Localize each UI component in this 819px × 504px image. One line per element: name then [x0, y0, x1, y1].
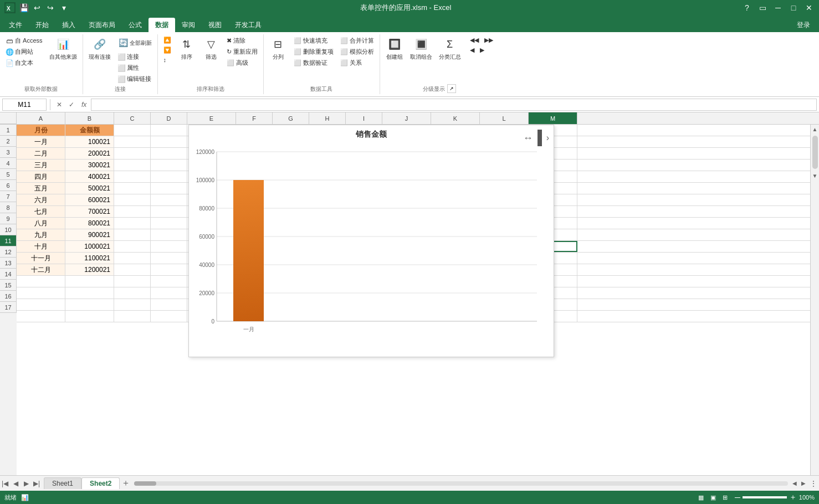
btn-sort[interactable]: ⇅ 排序 [176, 35, 198, 62]
btn-split[interactable]: ⊟ 分列 [267, 35, 289, 62]
save-quick-btn[interactable]: 💾 [18, 2, 30, 14]
cell-C9[interactable] [114, 218, 151, 229]
row-header-8[interactable]: 8 [0, 202, 17, 213]
tab-data[interactable]: 数据 [149, 18, 175, 32]
col-header-M[interactable]: M [529, 112, 577, 124]
btn-access[interactable]: 🗃 自 Access [3, 35, 45, 46]
btn-sort-desc[interactable]: 🔽 [161, 45, 173, 55]
cell-B11[interactable]: 1000021 [65, 241, 114, 252]
cell-D13[interactable] [151, 264, 187, 275]
cell-D6[interactable] [151, 183, 187, 194]
sheet-nav-prev-btn[interactable]: ◀ [11, 479, 21, 488]
cell-D3[interactable] [151, 148, 187, 159]
formula-input[interactable] [91, 99, 817, 111]
cell-C13[interactable] [114, 264, 151, 275]
horizontal-scrollbar[interactable] [132, 476, 790, 491]
cell-A1[interactable]: 月份 [17, 125, 65, 136]
cell-C3[interactable] [114, 148, 151, 159]
btn-connect[interactable]: ⬜ 连接 [115, 52, 154, 62]
cell-A14[interactable] [17, 276, 65, 287]
cell-B12[interactable]: 1100021 [65, 253, 114, 264]
cell-B2[interactable]: 100021 [65, 136, 114, 147]
zoom-slider[interactable] [743, 496, 787, 498]
col-header-F[interactable]: F [236, 112, 273, 124]
ribbon-display-btn[interactable]: ▭ [757, 2, 768, 13]
vscroll-up-btn[interactable]: ▲ [811, 125, 820, 133]
row-header-11[interactable]: 11 [0, 235, 17, 246]
chart-nav-right-icon[interactable]: › [546, 133, 549, 143]
zoom-in-btn[interactable]: ＋ [789, 492, 797, 502]
redo-quick-btn[interactable]: ↪ [44, 2, 57, 14]
cell-A6[interactable]: 五月 [17, 183, 65, 194]
maximize-btn[interactable]: □ [788, 2, 799, 13]
cell-B14[interactable] [65, 276, 114, 287]
cell-C5[interactable] [114, 171, 151, 182]
cancel-formula-btn[interactable]: ✕ [54, 99, 65, 110]
row-header-16[interactable]: 16 [0, 291, 17, 302]
btn-advanced[interactable]: ⬜ 高级 [224, 58, 260, 68]
cell-C2[interactable] [114, 136, 151, 147]
cell-D2[interactable] [151, 136, 187, 147]
btn-reapply[interactable]: ↻ 重新应用 [224, 47, 260, 57]
sheet-nav-last-btn[interactable]: ▶| [32, 479, 42, 488]
btn-ungroup[interactable]: 🔳 取消组合 [408, 35, 434, 62]
cell-D1[interactable] [151, 125, 187, 136]
page-break-view-btn[interactable]: ⊞ [720, 492, 730, 502]
btn-filter[interactable]: ▽ 筛选 [200, 35, 222, 62]
cell-A11[interactable]: 十月 [17, 241, 65, 252]
col-header-K[interactable]: K [431, 112, 480, 124]
hscroll-right-btn[interactable]: ▶ [799, 479, 808, 488]
row-header-10[interactable]: 10 [0, 224, 17, 235]
row-header-17[interactable]: 17 [0, 302, 17, 313]
cell-D7[interactable] [151, 194, 187, 205]
row-header-2[interactable]: 2 [0, 136, 17, 147]
cell-A12[interactable]: 十一月 [17, 253, 65, 264]
cell-A10[interactable]: 九月 [17, 229, 65, 240]
sheet-nav-first-btn[interactable]: |◀ [0, 479, 10, 488]
btn-subtotal[interactable]: Σ 分类汇总 [437, 35, 463, 62]
btn-validate[interactable]: ⬜ 数据验证 [291, 58, 336, 68]
cell-A3[interactable]: 二月 [17, 148, 65, 159]
cell-C8[interactable] [114, 206, 151, 217]
cell-B8[interactable]: 700021 [65, 206, 114, 217]
cell-B5[interactable]: 400021 [65, 171, 114, 182]
hscroll-track[interactable] [134, 481, 788, 486]
btn-sort-asc[interactable]: 🔼 [161, 35, 173, 45]
row-header-12[interactable]: 12 [0, 246, 17, 258]
row-header-13[interactable]: 13 [0, 258, 17, 269]
cell-reference-box[interactable]: M11 [2, 99, 47, 111]
cell-B13[interactable]: 1200021 [65, 264, 114, 275]
cell-C12[interactable] [114, 253, 151, 264]
tab-insert[interactable]: 插入 [55, 18, 82, 32]
tab-formulas[interactable]: 公式 [122, 18, 149, 32]
cell-D10[interactable] [151, 229, 187, 240]
row-header-1[interactable]: 1 [0, 125, 17, 136]
btn-editlinks[interactable]: ⬜ 编辑链接 [115, 74, 154, 84]
cell-B4[interactable]: 300021 [65, 160, 114, 171]
close-btn[interactable]: ✕ [803, 2, 815, 13]
col-header-H[interactable]: H [309, 112, 346, 124]
btn-other-sources[interactable]: 📊 自其他来源 [47, 35, 79, 62]
cell-D4[interactable] [151, 160, 187, 171]
cell-B10[interactable]: 900021 [65, 229, 114, 240]
cell-A5[interactable]: 四月 [17, 171, 65, 182]
sheet-tab-sheet1[interactable]: Sheet1 [44, 477, 81, 489]
cell-A9[interactable]: 八月 [17, 218, 65, 229]
vscroll-thumb[interactable] [812, 136, 818, 169]
cell-A13[interactable]: 十二月 [17, 264, 65, 275]
cell-C11[interactable] [114, 241, 151, 252]
sheet-nav-next-btn[interactable]: ▶ [21, 479, 31, 488]
tab-file[interactable]: 文件 [2, 18, 29, 32]
cell-C7[interactable] [114, 194, 151, 205]
row-header-5[interactable]: 5 [0, 169, 17, 180]
cell-C6[interactable] [114, 183, 151, 194]
cell-A4[interactable]: 三月 [17, 160, 65, 171]
tab-developer[interactable]: 开发工具 [228, 18, 268, 32]
tab-pagelayout[interactable]: 页面布局 [82, 18, 122, 32]
add-sheet-btn[interactable]: ＋ [120, 477, 132, 490]
cell-A7[interactable]: 六月 [17, 194, 65, 205]
btn-removedup[interactable]: ⬜ 删除重复项 [291, 47, 336, 57]
cell-C10[interactable] [114, 229, 151, 240]
tab-account[interactable]: 登录 [790, 18, 817, 32]
undo-quick-btn[interactable]: ↩ [31, 2, 43, 14]
